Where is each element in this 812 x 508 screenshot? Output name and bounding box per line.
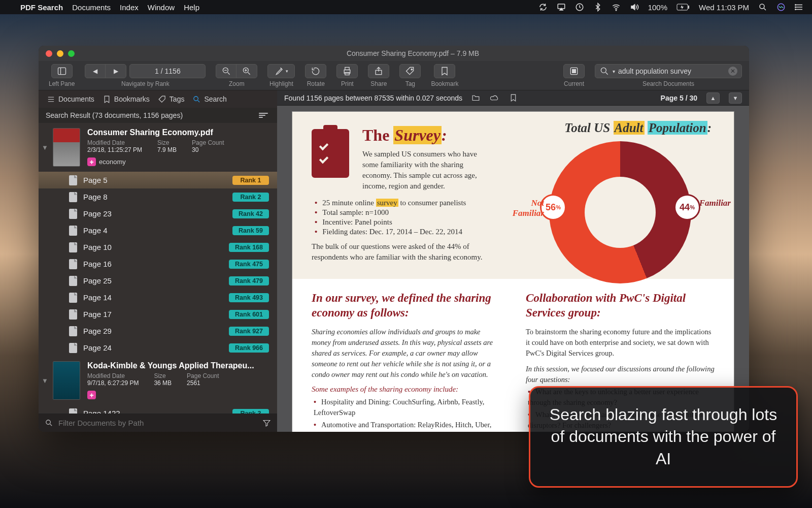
cloud-icon[interactable] — [490, 93, 499, 102]
population-block: Total US Adult Population: 56% 44% Not F… — [519, 121, 722, 283]
zoom-button[interactable] — [68, 50, 75, 57]
timemachine-icon[interactable] — [575, 3, 584, 12]
rank-badge: Rank 3 — [232, 409, 269, 414]
tab-search[interactable]: Search — [192, 95, 226, 104]
funnel-icon[interactable] — [262, 419, 271, 427]
survey-body: We sampled US consumers who have some fa… — [362, 149, 489, 192]
battery-icon — [676, 4, 690, 11]
rank-badge: Rank 479 — [229, 276, 269, 285]
page-result-row[interactable]: Page 25 Rank 479 — [39, 272, 277, 289]
toolbar-label: Print — [341, 80, 354, 87]
toolbar-label: Current — [564, 80, 584, 87]
page-icon — [69, 293, 77, 303]
svg-point-7 — [795, 5, 796, 6]
page-result-row[interactable]: Page 4 Rank 59 — [39, 222, 277, 239]
zoom-out-button[interactable] — [216, 65, 236, 78]
rank-badge: Rank 601 — [229, 310, 269, 319]
svg-point-9 — [795, 9, 796, 10]
tab-tags[interactable]: Tags — [158, 95, 185, 104]
menu-window[interactable]: Window — [148, 3, 175, 12]
search-icon — [599, 66, 610, 76]
toolbar-label: Zoom — [229, 80, 245, 87]
page-result-row[interactable]: Page 24 Rank 966 — [39, 339, 277, 356]
disclosure-icon[interactable]: ▼ — [42, 377, 48, 385]
window-title: Consumer Sharing Economy.pdf – 7.9 MB — [84, 49, 742, 57]
sort-button[interactable] — [259, 111, 270, 120]
folder-icon[interactable] — [471, 93, 480, 102]
highlight-button[interactable]: ▾ — [268, 65, 294, 78]
rank-badge: Rank 168 — [229, 243, 269, 252]
result-header: Search Result (73 documents, 1156 pages) — [39, 108, 277, 123]
tab-documents[interactable]: Documents — [47, 95, 94, 104]
page-result-row[interactable]: Page 23 Rank 42 — [39, 205, 277, 222]
page-result-row[interactable]: Page 17 Rank 601 — [39, 306, 277, 323]
page-icon — [69, 343, 77, 353]
tag-button[interactable] — [400, 65, 420, 78]
page-result-row[interactable]: Page 1422 Rank 3 — [39, 405, 277, 414]
sidebar: Documents Bookmarks Tags Search Search R… — [39, 90, 277, 432]
page-result-row[interactable]: Page 8 Rank 2 — [39, 188, 277, 205]
rank-badge: Rank 2 — [232, 193, 269, 202]
document-card[interactable]: ▼ Koda-Kimble & Youngs Applied Therapeu.… — [39, 356, 277, 405]
svg-point-8 — [795, 7, 796, 8]
clear-search-button[interactable]: ✕ — [728, 67, 737, 76]
disclosure-icon[interactable]: ▼ — [42, 144, 48, 151]
bookmark-button[interactable] — [434, 65, 455, 78]
volume-icon[interactable] — [630, 3, 639, 12]
siri-icon[interactable] — [776, 3, 786, 12]
menu-help[interactable]: Help — [184, 3, 199, 12]
sync-icon[interactable] — [538, 3, 548, 12]
rank-badge: Rank 475 — [229, 260, 269, 269]
promo-callout: Search blazing fast through lots of docu… — [529, 386, 798, 488]
page-result-row[interactable]: Page 16 Rank 475 — [39, 256, 277, 272]
search-input[interactable] — [618, 67, 725, 75]
tab-bookmarks[interactable]: Bookmarks — [103, 95, 150, 104]
wifi-icon[interactable] — [612, 3, 621, 12]
toggle-left-pane-button[interactable] — [52, 65, 72, 78]
toolbar-label: Share — [370, 80, 387, 87]
bookmark-icon[interactable] — [509, 93, 518, 102]
filter-input[interactable] — [58, 419, 257, 427]
app-name[interactable]: PDF Search — [20, 3, 63, 12]
page-result-row[interactable]: Page 14 Rank 493 — [39, 289, 277, 306]
menu-documents[interactable]: Documents — [72, 3, 111, 12]
document-tag[interactable]: +economy — [87, 157, 270, 166]
zoom-in-button[interactable] — [236, 65, 257, 78]
page-result-row[interactable]: Page 10 Rank 168 — [39, 239, 277, 256]
page-result-row[interactable]: Page 5 Rank 1 — [39, 172, 277, 188]
bluetooth-icon[interactable] — [593, 3, 602, 12]
titlebar[interactable]: Consumer Sharing Economy.pdf – 7.9 MB — [39, 46, 749, 61]
minimize-button[interactable] — [57, 50, 63, 57]
airplay-icon[interactable] — [557, 3, 566, 12]
prev-rank-button[interactable]: ◀ — [85, 65, 106, 78]
share-button[interactable] — [368, 65, 389, 78]
filter-bar — [39, 414, 277, 432]
print-button[interactable] — [337, 65, 357, 78]
page-result-row[interactable]: Page 29 Rank 927 — [39, 323, 277, 339]
document-card[interactable]: ▼ Consumer Sharing Economy.pdf Modified … — [39, 123, 277, 172]
document-view[interactable]: The Survey: We sampled US consumers who … — [277, 106, 749, 432]
search-field[interactable]: ▾ ✕ — [595, 64, 742, 78]
page-indicator[interactable]: 1 / 1156 — [129, 64, 206, 78]
svg-point-21 — [194, 96, 198, 101]
notification-center-icon[interactable] — [795, 3, 804, 12]
battery-percent: 100% — [648, 3, 667, 12]
rank-badge: Rank 927 — [229, 327, 269, 336]
page-icon — [69, 276, 77, 286]
toolbar-label: Tag — [405, 80, 415, 87]
next-rank-button[interactable]: ▶ — [106, 65, 126, 78]
close-button[interactable] — [46, 50, 52, 57]
donut-chart: 56% 44% Not Familiar Familiar — [549, 141, 691, 283]
found-text: Found 1156 pages between 87535 within 0.… — [284, 94, 462, 102]
menubar-clock[interactable]: Wed 11:03 PM — [699, 3, 749, 12]
current-button[interactable] — [564, 65, 584, 78]
page-icon — [69, 192, 77, 202]
page-down-button[interactable]: ▼ — [729, 92, 742, 104]
page-up-button[interactable]: ▲ — [706, 92, 720, 104]
menu-index[interactable]: Index — [120, 3, 139, 12]
svg-point-17 — [411, 69, 413, 70]
spotlight-icon[interactable] — [758, 3, 767, 12]
toolbar-label: Navigate by Rank — [121, 80, 170, 87]
document-tag[interactable]: + — [87, 391, 270, 399]
rotate-button[interactable] — [306, 65, 326, 78]
